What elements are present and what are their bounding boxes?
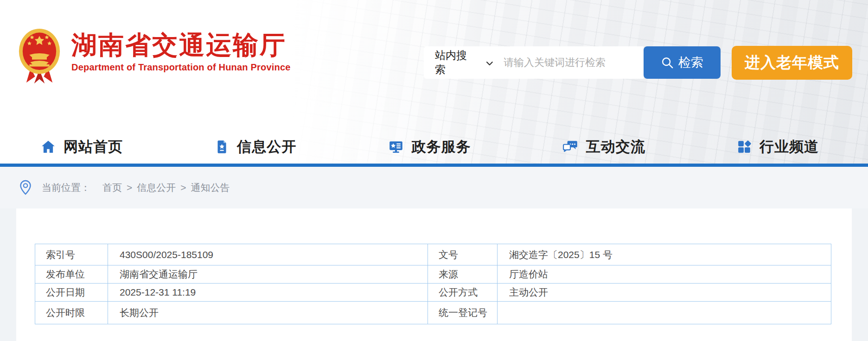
nav-item-interaction[interactable]: 互动交流 (562, 137, 645, 157)
meta-value-source: 厅造价站 (498, 265, 831, 284)
meta-value-open-method: 主动公开 (498, 284, 831, 302)
meta-value-registration-no (498, 302, 831, 324)
breadcrumb-separator: > (180, 182, 186, 193)
meta-value-doc-no: 湘交造字〔2025〕15 号 (498, 244, 831, 265)
meta-label-index-no: 索引号 (35, 244, 108, 265)
meta-value-publisher: 湖南省交通运输厅 (108, 265, 428, 284)
location-pin-icon (19, 180, 32, 196)
meta-value-open-term: 长期公开 (108, 302, 428, 324)
elder-mode-button[interactable]: 进入老年模式 (732, 46, 852, 80)
chat-bubbles-icon (562, 139, 578, 154)
site-subtitle: Department of Transportation of Hunan Pr… (71, 62, 291, 73)
site-title-block: 湖南省交通运输厅 Department of Transportation of… (71, 28, 291, 73)
search-icon (661, 56, 674, 69)
search-input[interactable] (504, 57, 637, 69)
site-header: 湖南省交通运输厅 Department of Transportation of… (0, 0, 868, 167)
meta-label-publisher: 发布单位 (35, 265, 108, 284)
content-card: 索引号 430S00/2025-185109 文号 湘交造字〔2025〕15 号… (16, 208, 852, 341)
nav-item-home[interactable]: 网站首页 (41, 137, 123, 157)
meta-label-open-method: 公开方式 (428, 284, 498, 302)
meta-value-publish-date: 2025-12-31 11:19 (108, 284, 428, 302)
meta-label-source: 来源 (428, 265, 498, 284)
document-star-icon (214, 139, 229, 154)
site-title: 湖南省交通运输厅 (71, 32, 291, 59)
grid-blocks-icon (737, 139, 752, 154)
breadcrumb-link-home[interactable]: 首页 (102, 181, 122, 194)
home-icon (41, 139, 56, 154)
nav-item-label: 信息公开 (237, 137, 296, 157)
breadcrumb-separator: > (127, 182, 132, 193)
search-box: 站内搜索 (424, 46, 644, 79)
nav-item-label: 政务服务 (412, 137, 471, 157)
search-scope-label: 站内搜索 (435, 48, 477, 77)
search-button-label: 检索 (678, 54, 703, 71)
table-row: 公开时限 长期公开 统一登记号 (35, 302, 831, 324)
meta-label-publish-date: 公开日期 (35, 284, 108, 302)
meta-label-registration-no: 统一登记号 (428, 302, 498, 324)
search-area: 站内搜索 检索 进入老年模式 (424, 46, 852, 79)
breadcrumb-link-notices[interactable]: 通知公告 (191, 181, 230, 194)
breadcrumb-link-info-disclosure[interactable]: 信息公开 (137, 181, 176, 194)
breadcrumb: 当前位置： 首页 > 信息公开 > 通知公告 (0, 167, 868, 208)
nav-item-label: 网站首页 (64, 137, 123, 157)
monitor-star-icon (388, 139, 404, 154)
chevron-down-icon (486, 61, 493, 66)
main-nav: 网站首页 信息公开 (0, 130, 868, 164)
search-button[interactable]: 检索 (644, 46, 721, 79)
main-area: 索引号 430S00/2025-185109 文号 湘交造字〔2025〕15 号… (0, 208, 868, 341)
table-row: 索引号 430S00/2025-185109 文号 湘交造字〔2025〕15 号 (35, 244, 831, 265)
meta-label-doc-no: 文号 (428, 244, 498, 265)
meta-value-index-no: 430S00/2025-185109 (108, 244, 428, 265)
table-row: 发布单位 湖南省交通运输厅 来源 厅造价站 (35, 265, 831, 284)
nav-item-info-disclosure[interactable]: 信息公开 (214, 137, 296, 157)
search-scope-dropdown[interactable]: 站内搜索 (435, 48, 493, 77)
nav-item-label: 互动交流 (586, 137, 645, 157)
site-logo[interactable]: 湖南省交通运输厅 Department of Transportation of… (18, 28, 291, 85)
nav-item-label: 行业频道 (760, 137, 819, 157)
nav-item-industry[interactable]: 行业频道 (737, 137, 819, 157)
breadcrumb-prefix: 当前位置： (42, 181, 90, 194)
nav-item-gov-services[interactable]: 政务服务 (388, 137, 471, 157)
page: 湖南省交通运输厅 Department of Transportation of… (0, 0, 868, 341)
table-row: 公开日期 2025-12-31 11:19 公开方式 主动公开 (35, 284, 831, 302)
nav-divider-bar (0, 164, 868, 167)
national-emblem-icon (18, 28, 61, 85)
meta-label-open-term: 公开时限 (35, 302, 108, 324)
document-meta-table: 索引号 430S00/2025-185109 文号 湘交造字〔2025〕15 号… (35, 244, 831, 324)
